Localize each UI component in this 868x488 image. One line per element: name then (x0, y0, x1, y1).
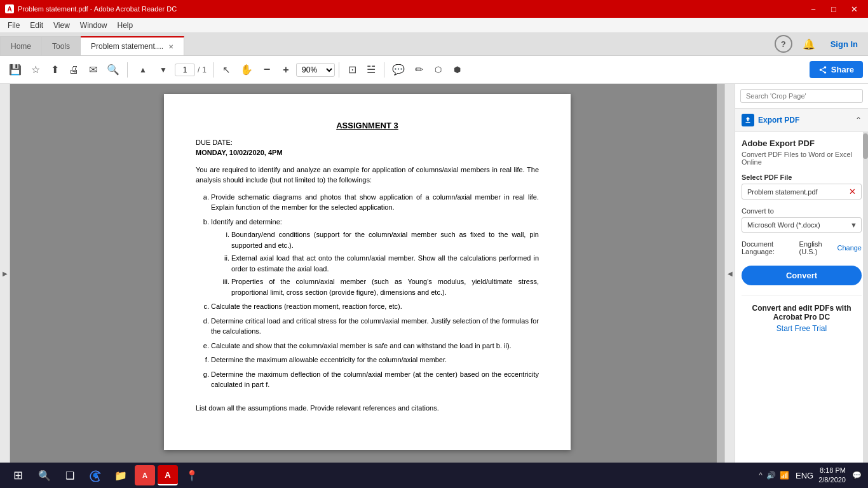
share-label: Share (831, 65, 854, 74)
marquee-zoom-button[interactable]: ⊡ (343, 60, 361, 80)
taskbar-right: ^ 🔊 📶 ENG 8:18 PM 2/8/2020 💬 (757, 466, 863, 485)
convert-button[interactable]: Convert (742, 266, 862, 285)
search-doc-button[interactable]: 🔍 (103, 60, 123, 80)
taskbar-apps4[interactable]: A (135, 465, 155, 485)
due-date-section: DUE DATE: MONDAY, 10/02/2020, 4PM (196, 137, 539, 158)
list-item-c: Calculate the reactions (reaction moment… (211, 301, 539, 312)
zoom-out-button[interactable]: − (258, 60, 276, 80)
tab-document[interactable]: Problem statement.... ✕ (81, 36, 184, 55)
taskbar-explorer[interactable]: 📁 (109, 464, 132, 487)
main-area: ▶ ASSIGNMENT 3 DUE DATE: MONDAY, 10/02/2… (0, 84, 868, 463)
next-page-button[interactable]: ▼ (154, 60, 172, 80)
tab-document-label: Problem statement.... (91, 42, 163, 51)
convert-dropdown-arrow: ▼ (846, 218, 861, 232)
notifications-tray-icon[interactable]: 💬 (851, 471, 863, 480)
acrobat-icon-letter: A (7, 6, 11, 13)
start-button[interactable]: ⊞ (5, 463, 31, 488)
document-language-value: English (U.S.) (799, 240, 835, 255)
export-pdf-section-header[interactable]: Export PDF ⌃ (735, 109, 868, 132)
menu-file[interactable]: File (3, 20, 25, 31)
tray-arrow[interactable]: ^ (757, 471, 764, 480)
maximize-button[interactable]: □ (825, 0, 843, 18)
prev-page-button[interactable]: ▲ (134, 60, 152, 80)
zoom-dropdown[interactable]: 90% 50% 75% 100% 125% 150% 200% (296, 63, 335, 77)
export-pdf-icon (742, 114, 754, 126)
pdf-viewer[interactable]: ASSIGNMENT 3 DUE DATE: MONDAY, 10/02/202… (10, 84, 724, 463)
left-panel-toggle[interactable]: ▶ (0, 84, 10, 463)
panel-search (735, 84, 868, 109)
start-free-trial-link[interactable]: Start Free Trial (776, 324, 827, 333)
sign-in-button[interactable]: Sign In (825, 37, 863, 51)
system-tray: ^ 🔊 📶 (757, 471, 790, 480)
help-button[interactable]: ? (775, 35, 792, 53)
system-time: 8:18 PM (818, 466, 846, 475)
language-label: ENG (796, 471, 813, 480)
save-button[interactable]: 💾 (5, 60, 25, 80)
pan-tool-button[interactable]: ✋ (236, 60, 257, 80)
convert-to-label: Convert to (742, 207, 862, 215)
menu-view[interactable]: View (48, 20, 75, 31)
right-panel-toggle[interactable]: ◀ (724, 84, 735, 463)
stamp-button[interactable]: ⬢ (448, 60, 466, 80)
comment-button[interactable]: 💬 (388, 60, 409, 80)
taskbar-task-view[interactable]: ❑ (58, 464, 81, 487)
title-bar: A Problem statement.pdf - Adobe Acrobat … (0, 0, 868, 18)
export-pdf-label: Export PDF (758, 116, 799, 125)
tray-network-icon[interactable]: 📶 (778, 471, 790, 480)
pen-button[interactable]: ✏ (410, 60, 428, 80)
system-clock[interactable]: 8:18 PM 2/8/2020 (818, 466, 846, 485)
list-item-a: Provide schematic diagrams and photos th… (211, 192, 539, 213)
touch-tool-button[interactable]: ☱ (362, 60, 380, 80)
page-number-input[interactable] (175, 64, 195, 76)
remove-pdf-button[interactable]: ✕ (849, 187, 856, 196)
redact-button[interactable]: ⬡ (429, 60, 447, 80)
menu-window[interactable]: Window (75, 20, 112, 31)
crop-page-search-input[interactable] (740, 89, 863, 103)
due-date-value: MONDAY, 10/02/2020, 4PM (196, 147, 539, 158)
taskbar-chrome[interactable] (84, 464, 107, 487)
toolbar-divider-4 (384, 62, 384, 78)
tab-bar: Home Tools Problem statement.... ✕ ? 🔔 S… (0, 33, 868, 56)
language-indicator[interactable]: ENG (796, 471, 813, 480)
document-language-row: Document Language: English (U.S.) Change (742, 240, 862, 255)
export-arrow-icon (744, 116, 752, 124)
menu-help[interactable]: Help (112, 20, 139, 31)
list-item-e: Calculate and show that the column/axial… (211, 341, 539, 351)
upsell-section: Convert and edit PDFs with Acrobat Pro D… (742, 295, 862, 333)
export-pdf-header-left: Export PDF (742, 114, 799, 126)
toolbar-divider-3 (339, 62, 339, 78)
upload-button[interactable]: ⬆ (46, 60, 64, 80)
select-tool-button[interactable]: ↖ (217, 60, 235, 80)
menu-bar: File Edit View Window Help (0, 18, 868, 33)
selected-pdf-filename: Problem statement.pdf (747, 188, 818, 196)
close-button[interactable]: ✕ (845, 0, 863, 18)
list-item-b: Identify and determine: Boundary/end con… (211, 217, 539, 298)
panel-subtitle: Convert PDF Files to Word or Excel Onlin… (742, 151, 862, 166)
footer-text: List down all the assumptions made. Prov… (196, 403, 539, 414)
tray-volume-icon[interactable]: 🔊 (765, 471, 777, 480)
title-bar-left: A Problem statement.pdf - Adobe Acrobat … (5, 4, 177, 13)
taskbar-search[interactable]: 🔍 (33, 464, 56, 487)
print-button[interactable]: 🖨 (65, 60, 83, 80)
assignment-title: ASSIGNMENT 3 (196, 119, 539, 132)
pdf-scrollbar[interactable] (717, 84, 724, 463)
minimize-button[interactable]: − (804, 0, 822, 18)
change-language-link[interactable]: Change (837, 244, 862, 252)
share-button[interactable]: Share (810, 61, 863, 78)
tab-tools[interactable]: Tools (42, 36, 81, 55)
email-button[interactable]: ✉ (84, 60, 102, 80)
sub-list-b: Boundary/end conditions (support for the… (211, 229, 539, 297)
toolbar: 💾 ☆ ⬆ 🖨 ✉ 🔍 ▲ ▼ / 1 ↖ ✋ − + 90% 50% 75% … (0, 56, 868, 84)
taskbar-maps[interactable]: 📍 (180, 464, 203, 487)
pdf-page: ASSIGNMENT 3 DUE DATE: MONDAY, 10/02/202… (164, 94, 571, 450)
tab-home[interactable]: Home (0, 36, 42, 55)
menu-edit[interactable]: Edit (25, 20, 48, 31)
tab-close-icon[interactable]: ✕ (168, 43, 173, 50)
zoom-in-button[interactable]: + (277, 60, 295, 80)
convert-to-dropdown[interactable]: Microsoft Word (*.docx) Microsoft Excel … (742, 218, 846, 232)
list-item-g: Determine the maximum deflection of the … (211, 369, 539, 390)
notifications-button[interactable]: 🔔 (800, 35, 818, 53)
taskbar-acrobat[interactable]: A (158, 465, 178, 485)
bookmark-button[interactable]: ☆ (27, 60, 44, 80)
list-item-b-ii: External axial load that act onto the co… (231, 253, 539, 274)
